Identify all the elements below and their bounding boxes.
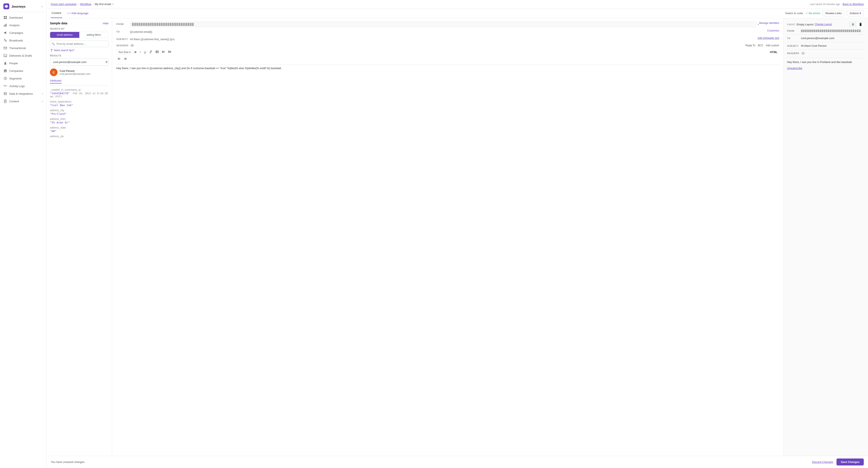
attr-key: address_state [50,126,108,129]
sidebar-item-activity-logs[interactable]: Activity Logs [0,82,46,90]
svg-rect-0 [4,16,5,17]
chevron-down-icon: ▾ [860,12,861,15]
email-address-toggle[interactable]: email address [50,32,79,38]
align-left-button[interactable] [116,57,122,62]
sidebar-item-dashboard[interactable]: Dashboard [0,14,46,21]
preview-unsubscribe-link[interactable]: Unsubscribe [787,66,865,71]
preview-panel: Layout: Empty Layout Change Layout 🖥 📱 F… [783,18,868,456]
sidebar-item-label: Transactional [9,46,43,50]
bold-button[interactable]: B [133,50,138,55]
megaphone-icon [3,31,7,35]
sidebar-item-label: Segments [9,77,43,80]
search-by-label: SEARCH BY [50,28,108,30]
preview-headers-label: HEADERS [787,52,800,55]
preview-divider [787,49,865,50]
preview-subject-value: HI there Cool Person [801,44,827,47]
sidebar-item-label: Data & Integrations [9,92,40,95]
sidebar-item-deliveries[interactable]: Deliveries & Drafts [0,52,46,59]
switch-to-code-button[interactable]: Switch to code [785,12,803,15]
attr-key: address_line1 [50,118,108,121]
attributes-tab[interactable]: Attributes [50,79,62,83]
inbox-icon [3,54,7,58]
results-label: RESULTS [50,54,108,57]
add-language-button[interactable]: + + Add language [66,9,89,18]
sample-data-panel: Sample data Hide SEARCH BY email address… [46,18,112,456]
search-tips-label: Need search tips? [54,49,74,52]
discard-changes-button[interactable]: Discard Changes [812,460,833,464]
edit-icon[interactable]: ✏ [112,3,114,6]
text-size-dropdown[interactable]: Text Size ▾ [116,50,132,55]
sidebar-item-analysis[interactable]: Analysis [0,21,46,29]
sidebar-item-transactional[interactable]: Transactional [0,44,46,52]
html-button[interactable]: HTML [768,50,779,55]
sidebar-item-broadcasts[interactable]: Broadcasts [0,37,46,44]
add-preheader-button[interactable]: Add preheader text [757,37,779,39]
chevron-down-icon[interactable]: ▾ [757,23,759,26]
subject-field[interactable] [130,37,757,42]
from-field[interactable]: ████████████████████████████ [130,22,756,27]
panel-title: Sample data Hide [50,22,108,25]
sidebar-item-campaigns[interactable]: Campaigns [0,29,46,37]
add-language-label: + Add language [69,12,88,15]
breadcrumb-separator: › [93,3,93,6]
results-select[interactable]: cool.person@example.com [50,59,108,66]
bottom-bar: You have unsaved changes. Discard Change… [46,456,868,468]
sidebar-item-people[interactable]: People [0,59,46,67]
to-field[interactable]: {{customer.email}} [130,29,767,34]
unsaved-message: You have unsaved changes. [51,460,812,464]
manage-identities-button[interactable]: Manage Identities [759,22,779,25]
add-custom-button[interactable]: Add custom [766,44,779,47]
sidebar-item-label: Activity Logs [9,85,43,88]
save-changes-button[interactable]: Save Changes [836,459,864,465]
top-bar: Quick start campaign › Workflow › My fir… [46,0,868,8]
desktop-button[interactable]: 🖥 [849,22,857,27]
hide-button[interactable]: Hide [103,22,108,25]
review-links-button[interactable]: Review Links [823,10,844,16]
underline-button[interactable]: U [143,50,147,55]
link-button[interactable] [148,49,154,55]
attr-key: address_zip [50,135,108,138]
reply-to-button[interactable]: Reply To [746,44,755,47]
sidebar-item-content[interactable]: Content ▾ [0,97,46,105]
search-input[interactable] [50,41,108,47]
last-saved-text: Last saved 18 minutes ago [810,3,840,6]
contact-initial: C [53,71,55,74]
sidebar-item-companies[interactable]: Companies [0,67,46,75]
unordered-list-button[interactable] [161,49,166,55]
sidebar-item-segments[interactable]: Segments [0,75,46,82]
to-row: TO {{customer.email}} Customize [116,29,779,34]
sidebar-item-label: Content [9,100,40,103]
breadcrumb-quick-start[interactable]: Quick start campaign [51,3,76,6]
svg-rect-16 [5,71,6,72]
change-layout-button[interactable]: Change Layout [815,23,832,26]
question-icon: ❓ [50,49,53,52]
attribute-address-zip: address_zip [50,135,108,138]
back-to-workflow-link[interactable]: Back to Workflow [843,3,864,6]
svg-point-7 [5,40,6,41]
editor-panels: Sample data Hide SEARCH BY email address… [46,18,868,456]
email-body[interactable]: Hey there, I see you live in {{customer.… [116,64,779,81]
ordered-list-button[interactable]: 123 [167,49,173,55]
sidebar-item-label: Analysis [9,24,43,27]
sidebar-collapse-button[interactable]: « [41,5,43,8]
image-button[interactable] [154,49,160,55]
search-tips-link[interactable]: ❓ Need search tips? [50,49,108,52]
from-row: FROM ████████████████████████████ ▾ Mana… [116,22,779,27]
sidebar-item-label: People [9,62,43,65]
adding-filters-toggle[interactable]: adding filters [79,32,108,38]
mobile-button[interactable]: 📱 [857,22,864,27]
logo-icon [3,3,9,9]
italic-button[interactable]: I [138,50,142,55]
svg-rect-2 [4,18,5,19]
from-field-wrap: ████████████████████████████ ▾ [130,22,759,27]
attr-key: _created_in_customerio_at [50,88,108,91]
sidebar-item-data-integrations[interactable]: Data & Integrations ▾ [0,90,46,97]
breadcrumb-workflow[interactable]: Workflow [80,3,91,6]
tab-content[interactable]: Content [51,8,62,18]
actions-button[interactable]: Actions ▾ [847,10,864,16]
customize-button[interactable]: Customize [767,29,779,32]
bcc-button[interactable]: BCC [758,44,763,47]
preview-from-row: FROM ███████████████████████████████████… [787,30,865,32]
sidebar-title: Journeys [11,5,26,8]
align-center-button[interactable] [123,57,128,62]
